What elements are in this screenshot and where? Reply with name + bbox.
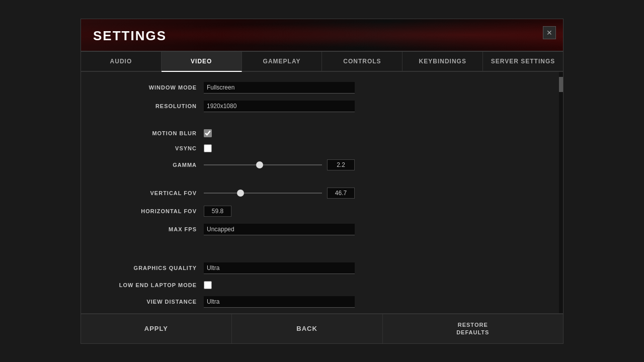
gamma-control: 2.2 <box>204 159 355 170</box>
resolution-label: RESOLUTION <box>96 103 197 109</box>
modal-header: SETTINGS ✕ <box>81 19 563 52</box>
low-end-laptop-control <box>204 281 355 289</box>
motion-blur-row: MOTION BLUR <box>96 129 544 137</box>
resolution-row: RESOLUTION 1920x1080 <box>96 101 544 112</box>
resolution-control: 1920x1080 <box>204 101 355 112</box>
graphics-quality-control: Ultra <box>204 262 355 274</box>
modal-body: WINDOW MODE Fullscreen RESOLUTION 1920x1… <box>81 72 563 313</box>
view-distance-control: Ultra <box>204 296 355 308</box>
vsync-row: VSYNC <box>96 144 544 152</box>
max-fps-control: Uncapped <box>204 224 355 235</box>
tab-keybindings[interactable]: KEYBINDINGS <box>403 52 483 71</box>
max-fps-label: MAX FPS <box>96 226 197 232</box>
horizontal-fov-label: HORIZONTAL FOV <box>96 208 197 214</box>
scrollbar-thumb[interactable] <box>559 77 563 92</box>
low-end-laptop-label: LOW END LAPTOP MODE <box>96 282 197 288</box>
gamma-value[interactable]: 2.2 <box>327 159 355 170</box>
resolution-dropdown[interactable]: 1920x1080 <box>204 101 355 112</box>
tab-server-settings[interactable]: SERVER SETTINGS <box>483 52 563 71</box>
window-mode-control: Fullscreen <box>204 82 355 94</box>
tab-gameplay[interactable]: GAMEPLAY <box>242 52 323 71</box>
low-end-laptop-checkbox[interactable] <box>204 281 212 289</box>
apply-button[interactable]: APPLY <box>81 314 232 343</box>
graphics-quality-dropdown[interactable]: Ultra <box>204 262 355 274</box>
horizontal-fov-control: 59.8 <box>204 206 355 217</box>
max-fps-dropdown[interactable]: Uncapped <box>204 224 355 235</box>
vertical-fov-value[interactable]: 46.7 <box>327 188 355 199</box>
vertical-fov-label: VERTICAL FOV <box>96 190 197 196</box>
tab-audio[interactable]: AUDIO <box>81 52 162 71</box>
restore-defaults-button[interactable]: RESTOREDEFAULTS <box>383 314 564 343</box>
vsync-control <box>204 144 355 152</box>
tab-controls[interactable]: CONTROLS <box>322 52 403 71</box>
modal-footer: APPLY BACK RESTOREDEFAULTS <box>81 313 563 343</box>
tabs-bar: AUDIO VIDEO GAMEPLAY CONTROLS KEYBINDING… <box>81 52 563 72</box>
vertical-fov-row: VERTICAL FOV 46.7 <box>96 188 544 199</box>
modal-title: SETTINGS <box>93 28 167 43</box>
gamma-label: GAMMA <box>96 162 197 168</box>
horizontal-fov-value[interactable]: 59.8 <box>204 206 231 217</box>
content-area: WINDOW MODE Fullscreen RESOLUTION 1920x1… <box>81 72 559 313</box>
settings-modal: SETTINGS ✕ AUDIO VIDEO GAMEPLAY CONTROLS… <box>80 19 564 344</box>
max-fps-row: MAX FPS Uncapped <box>96 224 544 235</box>
view-distance-dropdown[interactable]: Ultra <box>204 296 355 308</box>
window-mode-dropdown[interactable]: Fullscreen <box>204 82 355 94</box>
window-mode-label: WINDOW MODE <box>96 84 197 90</box>
gamma-row: GAMMA 2.2 <box>96 159 544 170</box>
view-distance-row: VIEW DISTANCE Ultra <box>96 296 544 308</box>
vertical-fov-slider[interactable] <box>204 193 322 194</box>
vsync-checkbox[interactable] <box>204 144 212 152</box>
close-button[interactable]: ✕ <box>543 26 556 39</box>
view-distance-label: VIEW DISTANCE <box>96 299 197 305</box>
scrollbar-track[interactable] <box>559 72 563 313</box>
tab-video[interactable]: VIDEO <box>162 52 242 72</box>
motion-blur-label: MOTION BLUR <box>96 130 197 136</box>
graphics-quality-label: GRAPHICS QUALITY <box>96 265 197 271</box>
motion-blur-checkbox[interactable] <box>204 129 212 137</box>
vsync-label: VSYNC <box>96 145 197 151</box>
horizontal-fov-row: HORIZONTAL FOV 59.8 <box>96 206 544 217</box>
graphics-quality-row: GRAPHICS QUALITY Ultra <box>96 262 544 274</box>
vertical-fov-control: 46.7 <box>204 188 355 199</box>
low-end-laptop-row: LOW END LAPTOP MODE <box>96 281 544 289</box>
gamma-slider[interactable] <box>204 164 322 165</box>
motion-blur-control <box>204 129 355 137</box>
window-mode-row: WINDOW MODE Fullscreen <box>96 82 544 94</box>
back-button[interactable]: BACK <box>232 314 383 343</box>
